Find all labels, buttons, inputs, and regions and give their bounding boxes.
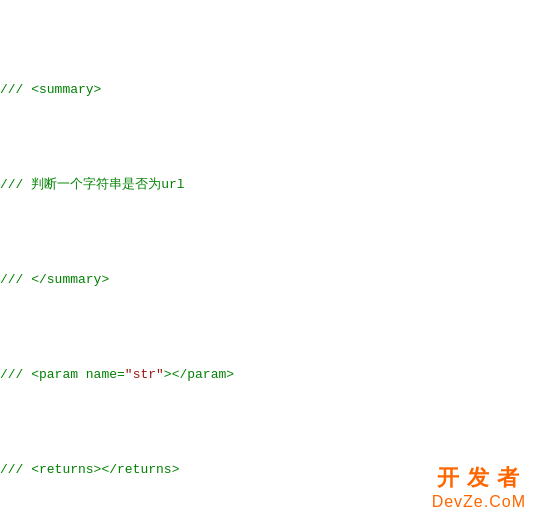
- code-content: /// <summary> /// 判断一个字符串是否为url /// </su…: [0, 0, 536, 521]
- watermark-line2: DevZe.CoM: [432, 493, 526, 511]
- code-line-2: /// 判断一个字符串是否为url: [0, 175, 536, 194]
- code-line-4: /// <param name="str"></param>: [0, 365, 536, 384]
- watermark: 开 发 者 DevZe.CoM: [432, 463, 526, 511]
- watermark-line1: 开 发 者: [432, 463, 526, 493]
- code-editor: /// <summary> /// 判断一个字符串是否为url /// </su…: [0, 0, 536, 521]
- code-line-1: /// <summary>: [0, 80, 536, 99]
- line-1: /// <summary>: [0, 80, 536, 99]
- line-2: /// 判断一个字符串是否为url: [0, 175, 536, 194]
- line-4: /// <param name="str"></param>: [0, 365, 536, 384]
- code-line-3: /// </summary>: [0, 270, 536, 289]
- line-3: /// </summary>: [0, 270, 536, 289]
